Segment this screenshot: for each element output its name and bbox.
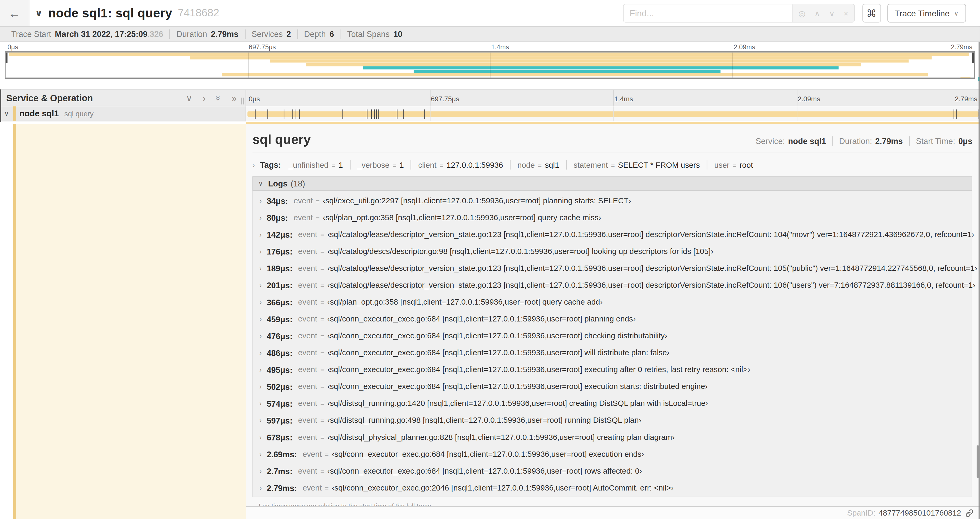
summary-label: Total Spans bbox=[347, 29, 390, 39]
log-row[interactable]: ›34μs:event=‹sql/exec_util.go:2297 [nsql… bbox=[253, 192, 972, 209]
locate-icon[interactable]: ◎ bbox=[799, 9, 806, 17]
logs-footnote: Log timestamps are relative to the start… bbox=[252, 497, 972, 506]
link-icon[interactable] bbox=[966, 509, 974, 517]
log-field-value: ‹sql/exec_util.go:2297 [nsql1,client=127… bbox=[323, 196, 631, 205]
log-field-value: ‹sql/catalog/lease/descriptor_version_st… bbox=[327, 281, 975, 289]
log-field-key: event bbox=[298, 315, 317, 323]
trace-title: node sql1: sql query bbox=[48, 6, 172, 21]
log-field-key: event bbox=[293, 213, 313, 222]
log-row[interactable]: ›459μs:event=‹sql/conn_executor_exec.go:… bbox=[253, 311, 972, 327]
log-field-value: ‹sql/distsql_running.go:498 [nsql1,clien… bbox=[327, 416, 641, 425]
log-field-value: ‹sql/conn_executor_exec.go:684 [nsql1,cl… bbox=[327, 348, 670, 357]
equals-sign: = bbox=[320, 349, 324, 356]
minimap-left-handle[interactable] bbox=[6, 53, 7, 63]
tags-accordian[interactable]: › Tags: _unfinished=1_verbose=1client=12… bbox=[252, 159, 972, 171]
log-row[interactable]: ›476μs:event=‹sql/conn_executor_exec.go:… bbox=[253, 327, 972, 345]
log-timestamp: 459μs: bbox=[267, 315, 293, 324]
tag-key: node bbox=[517, 160, 535, 169]
log-row[interactable]: ›201μs:event=‹sql/catalog/lease/descript… bbox=[253, 277, 972, 294]
log-row[interactable]: ›678μs:event=‹sql/distsql_physical_plann… bbox=[253, 429, 972, 446]
tick-label: 1.4ms bbox=[491, 43, 509, 51]
back-button[interactable]: ← bbox=[0, 0, 29, 26]
log-row[interactable]: ›502μs:event=‹sql/conn_executor_exec.go:… bbox=[253, 378, 972, 395]
chevron-down-icon[interactable]: ∨ bbox=[0, 109, 13, 118]
span-detail-title: sql query bbox=[252, 132, 310, 147]
log-row[interactable]: ›574μs:event=‹sql/distsql_running.go:142… bbox=[253, 395, 972, 412]
minimap-right-handle[interactable] bbox=[972, 53, 974, 63]
equals-sign: = bbox=[316, 197, 320, 204]
timeline-gridline bbox=[796, 106, 797, 121]
span-children-indent-area bbox=[16, 123, 246, 519]
timeline-gridline bbox=[430, 90, 430, 106]
equals-sign: = bbox=[332, 161, 336, 169]
log-timestamp: 34μs: bbox=[267, 196, 288, 206]
chevron-right-icon: › bbox=[259, 248, 262, 255]
scrollbar-thumb[interactable] bbox=[977, 446, 979, 478]
log-row[interactable]: ›2.7ms:event=‹sql/conn_executor_exec.go:… bbox=[253, 463, 972, 479]
next-result-icon[interactable]: ∨ bbox=[829, 9, 835, 17]
log-row[interactable]: ›2.69ms:event=‹sql/conn_executor_exec.go… bbox=[253, 446, 972, 463]
log-field-key: event bbox=[298, 230, 317, 239]
log-row[interactable]: ›495μs:event=‹sql/conn_executor_exec.go:… bbox=[253, 361, 972, 378]
equals-sign: = bbox=[320, 248, 324, 255]
summary-value: March 31 2022, 17:25:09 bbox=[55, 29, 147, 39]
log-field-key: event bbox=[293, 196, 313, 205]
timeline-minimap[interactable] bbox=[5, 51, 975, 79]
tag: node=sql1 bbox=[517, 160, 559, 169]
clear-search-icon[interactable]: × bbox=[843, 9, 848, 17]
log-field-key: event bbox=[298, 264, 317, 273]
chevron-right-icon: › bbox=[259, 281, 262, 289]
chevron-right-icon: › bbox=[259, 265, 262, 272]
span-meta-label: Service: bbox=[756, 136, 785, 145]
minimap-span-bar bbox=[190, 56, 932, 59]
tag-value: sql1 bbox=[545, 160, 559, 169]
span-meta-value: 2.79ms bbox=[875, 136, 903, 145]
collapse-expand-controls: ∨ › » » bbox=[186, 94, 237, 102]
span-meta-value: node sql1 bbox=[788, 136, 826, 145]
log-row[interactable]: ›366μs:event=‹sql/plan_opt.go:358 [nsql1… bbox=[253, 294, 972, 311]
expand-all-icon[interactable]: » bbox=[232, 94, 237, 102]
timeline-gridline bbox=[732, 53, 733, 78]
view-selector-button[interactable]: Trace Timeline ∨ bbox=[887, 4, 966, 22]
tag: user=root bbox=[714, 160, 753, 169]
log-field-key: event bbox=[298, 433, 317, 441]
tag-key: client bbox=[418, 160, 436, 169]
log-row[interactable]: ›597μs:event=‹sql/distsql_running.go:498… bbox=[253, 412, 972, 429]
collapse-one-icon[interactable]: ∨ bbox=[186, 94, 192, 102]
span-id-bar: SpanID: 4877749850101760812 bbox=[246, 506, 980, 519]
span-name-cell[interactable]: ∨ node sql1 sql query bbox=[0, 106, 246, 121]
log-row[interactable]: ›189μs:event=‹sql/catalog/lease/descript… bbox=[253, 260, 972, 277]
tag: client=127.0.0.1:59936 bbox=[418, 160, 503, 169]
log-row[interactable]: ›2.79ms:event=‹sql/conn_executor_exec.go… bbox=[253, 479, 972, 496]
chevron-right-icon: › bbox=[259, 400, 262, 407]
log-row[interactable]: ›80μs:event=‹sql/plan_opt.go:358 [nsql1,… bbox=[253, 209, 972, 226]
expand-one-icon[interactable]: › bbox=[203, 94, 206, 102]
log-row[interactable]: ›142μs:event=‹sql/catalog/lease/descript… bbox=[253, 226, 972, 243]
chevron-down-icon[interactable]: ∨ bbox=[35, 7, 43, 19]
prev-result-icon[interactable]: ∧ bbox=[814, 9, 820, 17]
keyboard-shortcuts-button[interactable]: ⌘ bbox=[862, 4, 881, 22]
timeline-gridline bbox=[613, 90, 614, 106]
log-field-value: ‹sql/distsql_running.go:1420 [nsql1,clie… bbox=[327, 399, 708, 408]
minimap-span-bar bbox=[961, 77, 970, 79]
minimap-span-bar bbox=[413, 70, 720, 73]
log-timestamp: 80μs: bbox=[267, 213, 288, 223]
trace-title-wrap: ∨ node sql1: sql query 7418682 bbox=[35, 0, 219, 26]
tick-label: 0μs bbox=[7, 43, 18, 51]
log-row[interactable]: ›486μs:event=‹sql/conn_executor_exec.go:… bbox=[253, 345, 972, 361]
span-bar-cell[interactable] bbox=[246, 106, 980, 121]
tag: _verbose=1 bbox=[357, 160, 404, 169]
column-resize-grip[interactable] bbox=[241, 97, 244, 104]
log-timestamp: 495μs: bbox=[267, 365, 293, 374]
log-timestamp: 201μs: bbox=[267, 281, 293, 290]
logs-accordian: ∨ Logs (18) ›34μs:event=‹sql/exec_util.g… bbox=[252, 176, 972, 506]
log-marker-tick bbox=[954, 109, 954, 119]
log-row[interactable]: ›176μs:event=‹sql/catalog/descs/descript… bbox=[253, 243, 972, 260]
logs-header[interactable]: ∨ Logs (18) bbox=[252, 176, 972, 191]
equals-sign: = bbox=[393, 161, 396, 169]
tag-divider bbox=[566, 160, 567, 169]
collapse-all-icon[interactable]: » bbox=[215, 96, 223, 100]
find-input[interactable] bbox=[623, 5, 792, 22]
log-field-key: event bbox=[298, 399, 317, 408]
left-resize-grip[interactable] bbox=[0, 89, 1, 122]
